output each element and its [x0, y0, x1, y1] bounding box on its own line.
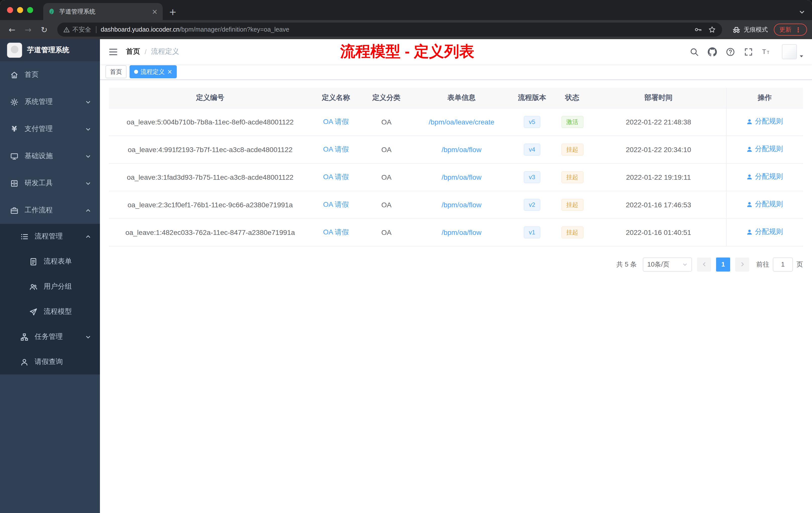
- close-window-button[interactable]: [7, 7, 13, 13]
- assign-rule-button[interactable]: 分配规则: [747, 228, 783, 237]
- table-row: oa_leave:2:3c1f0ef1-76b1-11ec-9c66-a2380…: [109, 191, 803, 218]
- pagination: 共 5 条 10条/页 1: [109, 257, 803, 271]
- top-navbar: 首页 / 流程定义 流程模型 - 定义列表: [100, 39, 812, 64]
- password-key-icon[interactable]: [694, 26, 702, 34]
- tag-process-definition[interactable]: 流程定义 ×: [129, 65, 177, 78]
- assign-rule-button[interactable]: 分配规则: [747, 117, 783, 126]
- reload-button[interactable]: ↻: [37, 23, 51, 37]
- avatar[interactable]: [782, 44, 797, 59]
- browser-update-button[interactable]: 更新 ⋮: [774, 24, 807, 36]
- sidebar-item-workflow[interactable]: 工作流程: [0, 197, 100, 224]
- github-icon[interactable]: [707, 47, 717, 57]
- breadcrumb-home[interactable]: 首页: [126, 47, 140, 56]
- user-icon: [747, 146, 753, 153]
- definition-name-link[interactable]: OA 请假: [323, 228, 349, 236]
- gear-icon: [10, 98, 19, 106]
- assign-rule-button[interactable]: 分配规则: [747, 173, 783, 181]
- definition-category: OA: [360, 218, 412, 246]
- address-bar[interactable]: 不安全 dashboard.yudao.iocoder.cn/bpm/manag…: [57, 23, 722, 37]
- goto-prefix: 前往: [756, 260, 769, 269]
- sidebar-item-devtools[interactable]: 研发工具: [0, 170, 100, 197]
- user-icon: [747, 229, 753, 235]
- definition-name-link[interactable]: OA 请假: [323, 200, 349, 208]
- col-status: 状态: [553, 88, 591, 108]
- minimize-window-button[interactable]: [17, 7, 23, 13]
- cabinet-icon: [10, 179, 19, 187]
- chevron-down-icon: [85, 126, 91, 132]
- security-warning[interactable]: 不安全: [63, 25, 91, 34]
- briefcase-icon: [10, 206, 19, 215]
- help-question-icon[interactable]: [726, 47, 735, 57]
- back-button[interactable]: ←: [5, 23, 19, 37]
- sidebar-item-process-model[interactable]: 流程模型: [0, 299, 100, 324]
- url-path: /bpm/manager/definition?key=oa_leave: [179, 26, 289, 33]
- form-info-link[interactable]: /bpm/oa/flow: [442, 201, 482, 209]
- browser-window: 芋道管理系统 × + ← → ↻ 不安全 dashboard.yudao.ioc…: [0, 0, 812, 513]
- paper-plane-icon: [29, 307, 38, 316]
- sidebar-collapse-button[interactable]: [104, 43, 122, 61]
- tab-favicon-icon: [48, 8, 55, 15]
- forward-button[interactable]: →: [21, 23, 35, 37]
- current-page-button[interactable]: 1: [716, 257, 730, 271]
- definition-name-link[interactable]: OA 请假: [323, 117, 349, 125]
- assign-rule-button[interactable]: 分配规则: [747, 145, 783, 154]
- app-logo-bar[interactable]: 芋道管理系统: [0, 39, 100, 61]
- definition-category: OA: [360, 163, 412, 191]
- user-menu[interactable]: [782, 44, 804, 59]
- assign-rule-button[interactable]: 分配规则: [747, 200, 783, 209]
- col-definition-name: 定义名称: [311, 88, 360, 108]
- table-row: oa_leave:1:482ec033-762a-11ec-8477-a2380…: [109, 218, 803, 246]
- new-tab-button[interactable]: +: [166, 4, 180, 19]
- goto-page-input[interactable]: [773, 257, 793, 271]
- col-operation: 操作: [726, 88, 803, 108]
- url-host: dashboard.yudao.iocoder.cn: [101, 26, 179, 33]
- list-icon: [20, 232, 29, 241]
- definition-category: OA: [360, 108, 412, 135]
- tab-search-caret-icon[interactable]: [799, 9, 805, 15]
- chevron-down-icon: [683, 262, 688, 267]
- chevron-right-icon: [740, 262, 745, 267]
- sidebar-item-user-group[interactable]: 用户分组: [0, 274, 100, 299]
- sidebar-item-home[interactable]: 首页: [0, 61, 100, 88]
- sidebar-item-task-management[interactable]: 任务管理: [0, 324, 100, 350]
- fullscreen-icon[interactable]: [744, 47, 753, 57]
- form-info-link[interactable]: /bpm/oa/flow: [442, 145, 482, 153]
- page-size-select[interactable]: 10条/页: [643, 257, 692, 271]
- breadcrumb: 首页 / 流程定义: [126, 47, 179, 56]
- table-row: oa_leave:3:1fad3d93-7b75-11ec-a3c8-acde4…: [109, 163, 803, 191]
- table-header-row: 定义编号 定义名称 定义分类 表单信息 流程版本 状态 部署时间 操作: [109, 88, 803, 108]
- app-title: 芋道管理系统: [27, 46, 69, 55]
- font-size-icon[interactable]: T T: [762, 47, 771, 57]
- version-tag: v4: [524, 143, 540, 155]
- form-info-link[interactable]: /bpm/oa/leave/create: [429, 118, 494, 126]
- tab-close-icon[interactable]: ×: [152, 8, 158, 15]
- sidebar-item-payment[interactable]: ¥ 支付管理: [0, 116, 100, 143]
- maximize-window-button[interactable]: [27, 7, 33, 13]
- prev-page-button[interactable]: [697, 257, 711, 271]
- bookmark-star-icon[interactable]: [708, 26, 716, 34]
- definition-name-link[interactable]: OA 请假: [323, 145, 349, 153]
- sidebar-item-infrastructure[interactable]: 基础设施: [0, 143, 100, 170]
- deploy-time: 2022-01-22 20:34:10: [591, 135, 726, 163]
- form-info-link[interactable]: /bpm/oa/flow: [442, 228, 482, 236]
- search-icon[interactable]: [690, 47, 699, 57]
- form-info-link[interactable]: /bpm/oa/flow: [442, 173, 482, 181]
- status-tag: 挂起: [561, 143, 583, 155]
- browser-menu-icon[interactable]: ⋮: [795, 26, 802, 33]
- caret-down-icon: [799, 54, 804, 59]
- definition-name-link[interactable]: OA 请假: [323, 173, 349, 180]
- tag-close-icon[interactable]: ×: [167, 69, 172, 75]
- sidebar-item-system[interactable]: 系统管理: [0, 88, 100, 116]
- col-process-version: 流程版本: [511, 88, 553, 108]
- version-tag: v3: [524, 171, 540, 183]
- col-definition-category: 定义分类: [360, 88, 412, 108]
- tags-view-bar: 首页 流程定义 ×: [100, 64, 812, 80]
- tag-home[interactable]: 首页: [106, 65, 126, 78]
- app-logo-avatar: [7, 43, 22, 58]
- sidebar-item-process-management[interactable]: 流程管理: [0, 224, 100, 249]
- browser-tab[interactable]: 芋道管理系统 ×: [43, 3, 163, 20]
- sidebar-item-process-form[interactable]: 流程表单: [0, 249, 100, 274]
- next-page-button[interactable]: [735, 257, 749, 271]
- sidebar-item-leave-query[interactable]: 请假查询: [0, 350, 100, 374]
- active-tag-dot: [134, 70, 138, 74]
